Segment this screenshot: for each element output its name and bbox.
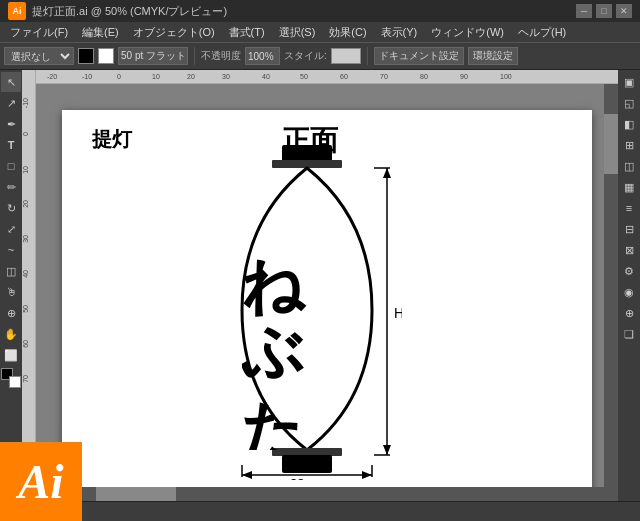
ruler-vlabel-20: 20 [22, 200, 29, 208]
right-tool-5[interactable]: ◫ [619, 156, 639, 176]
right-tool-6[interactable]: ▦ [619, 177, 639, 197]
fill-swatch[interactable] [78, 48, 94, 64]
artboard-tool[interactable]: ⬜ [1, 345, 21, 365]
ruler-label-30: 30 [222, 73, 230, 80]
right-tool-10[interactable]: ⚙ [619, 261, 639, 281]
right-tool-13[interactable]: ❏ [619, 324, 639, 344]
rotate-tool[interactable]: ↻ [1, 198, 21, 218]
ruler-label-60: 60 [340, 73, 348, 80]
ruler-label-70: 70 [380, 73, 388, 80]
pencil-tool[interactable]: ✏ [1, 177, 21, 197]
selection-dropdown[interactable]: 選択なし [4, 47, 74, 65]
title-bar-controls[interactable]: ─ □ ✕ [576, 4, 632, 18]
separator-1 [194, 47, 195, 65]
ruler-label-80: 80 [420, 73, 428, 80]
chochin-label: 提灯 [92, 126, 132, 153]
warp-tool[interactable]: ~ [1, 240, 21, 260]
svg-text:33φ: 33φ [290, 476, 313, 480]
ruler-vlabel-60: 60 [22, 340, 29, 348]
ruler-label-neg20: -20 [47, 73, 57, 80]
maximize-button[interactable]: □ [596, 4, 612, 18]
ruler-label-0: 0 [117, 73, 121, 80]
stroke-swatch[interactable] [98, 48, 114, 64]
right-toolbar: ▣ ◱ ◧ ⊞ ◫ ▦ ≡ ⊟ ⊠ ⚙ ◉ ⊕ ❏ [618, 70, 640, 501]
ruler-label-10: 10 [152, 73, 160, 80]
ruler-vlabel-30: 30 [22, 235, 29, 243]
lantern-svg: ねぶた蔵 H650mm 33φ [212, 140, 402, 480]
style-label: スタイル: [284, 49, 327, 63]
zoom-tool[interactable]: ⊕ [1, 303, 21, 323]
ai-corner-logo: Ai [0, 442, 82, 521]
right-tool-3[interactable]: ◧ [619, 114, 639, 134]
style-swatch[interactable] [331, 48, 361, 64]
ruler-label-10: -10 [82, 73, 92, 80]
right-tool-12[interactable]: ⊕ [619, 303, 639, 323]
ai-corner-text: Ai [18, 454, 63, 509]
svg-rect-3 [282, 455, 332, 473]
ruler-vlabel-0: 0 [22, 132, 29, 136]
menu-view[interactable]: 表示(Y) [375, 23, 424, 42]
menu-file[interactable]: ファイル(F) [4, 23, 74, 42]
ruler-vlabel-40: 40 [22, 270, 29, 278]
minimize-button[interactable]: ─ [576, 4, 592, 18]
env-settings-button[interactable]: 環境設定 [468, 47, 518, 65]
selection-tool[interactable]: ↖ [1, 72, 21, 92]
vertical-scroll-thumb[interactable] [604, 114, 618, 174]
hand-tool[interactable]: ✋ [1, 324, 21, 344]
ruler-vlabel-neg10: -10 [22, 98, 29, 108]
svg-marker-11 [242, 471, 252, 479]
right-tool-7[interactable]: ≡ [619, 198, 639, 218]
right-tool-8[interactable]: ⊟ [619, 219, 639, 239]
horizontal-ruler: -20 -10 0 10 20 30 40 50 60 70 80 90 100 [22, 70, 618, 84]
opacity-input[interactable] [245, 47, 280, 65]
svg-text:H650mm: H650mm [394, 305, 402, 321]
stroke-width-input[interactable] [118, 47, 188, 65]
doc-settings-button[interactable]: ドキュメント設定 [374, 47, 464, 65]
bottom-bar: 手のひら Ai [0, 501, 640, 521]
shape-tool[interactable]: □ [1, 156, 21, 176]
pen-tool[interactable]: ✒ [1, 114, 21, 134]
menu-object[interactable]: オブジェクト(O) [127, 23, 221, 42]
menu-edit[interactable]: 編集(E) [76, 23, 125, 42]
vertical-scrollbar[interactable] [604, 84, 618, 501]
right-tool-4[interactable]: ⊞ [619, 135, 639, 155]
svg-marker-12 [362, 471, 372, 479]
canvas-area[interactable]: -20 -10 0 10 20 30 40 50 60 70 80 90 100… [22, 70, 618, 501]
menu-effect[interactable]: 効果(C) [323, 23, 372, 42]
menu-bar: ファイル(F) 編集(E) オブジェクト(O) 書式(T) 選択(S) 効果(C… [0, 22, 640, 42]
gradient-tool[interactable]: ◫ [1, 261, 21, 281]
ruler-label-100: 100 [500, 73, 512, 80]
horizontal-scroll-thumb[interactable] [96, 487, 176, 501]
main-layout: ↖ ↗ ✒ T □ ✏ ↻ ⤢ ~ ◫ 🖰 ⊕ ✋ ⬜ -20 -10 0 10… [0, 70, 640, 501]
scale-tool[interactable]: ⤢ [1, 219, 21, 239]
text-tool[interactable]: T [1, 135, 21, 155]
menu-help[interactable]: ヘルプ(H) [512, 23, 572, 42]
menu-select[interactable]: 選択(S) [273, 23, 322, 42]
close-button[interactable]: ✕ [616, 4, 632, 18]
title-bar-left: Ai 提灯正面.ai @ 50% (CMYK/プレビュー) [8, 2, 227, 20]
color-swatches[interactable] [1, 368, 21, 388]
artboard: 提灯 正面 ねぶた蔵 [62, 110, 592, 501]
svg-marker-5 [383, 168, 391, 178]
menu-window[interactable]: ウィンドウ(W) [425, 23, 510, 42]
horizontal-scrollbar[interactable] [36, 487, 604, 501]
right-tool-9[interactable]: ⊠ [619, 240, 639, 260]
right-tool-11[interactable]: ◉ [619, 282, 639, 302]
opacity-label: 不透明度 [201, 49, 241, 63]
eyedropper-tool[interactable]: 🖰 [1, 282, 21, 302]
title-bar: Ai 提灯正面.ai @ 50% (CMYK/プレビュー) ─ □ ✕ [0, 0, 640, 22]
ruler-label-40: 40 [262, 73, 270, 80]
ruler-vlabel-10: 10 [22, 166, 29, 174]
right-tool-2[interactable]: ◱ [619, 93, 639, 113]
ruler-label-20: 20 [187, 73, 195, 80]
direct-selection-tool[interactable]: ↗ [1, 93, 21, 113]
ai-logo-small: Ai [8, 2, 26, 20]
left-toolbar: ↖ ↗ ✒ T □ ✏ ↻ ⤢ ~ ◫ 🖰 ⊕ ✋ ⬜ [0, 70, 22, 501]
menu-format[interactable]: 書式(T) [223, 23, 271, 42]
ruler-vlabel-70: 70 [22, 375, 29, 383]
right-tool-1[interactable]: ▣ [619, 72, 639, 92]
control-bar: 選択なし 不透明度 スタイル: ドキュメント設定 環境設定 [0, 42, 640, 70]
ruler-label-90: 90 [460, 73, 468, 80]
ruler-label-50: 50 [300, 73, 308, 80]
window-title: 提灯正面.ai @ 50% (CMYK/プレビュー) [32, 4, 227, 19]
